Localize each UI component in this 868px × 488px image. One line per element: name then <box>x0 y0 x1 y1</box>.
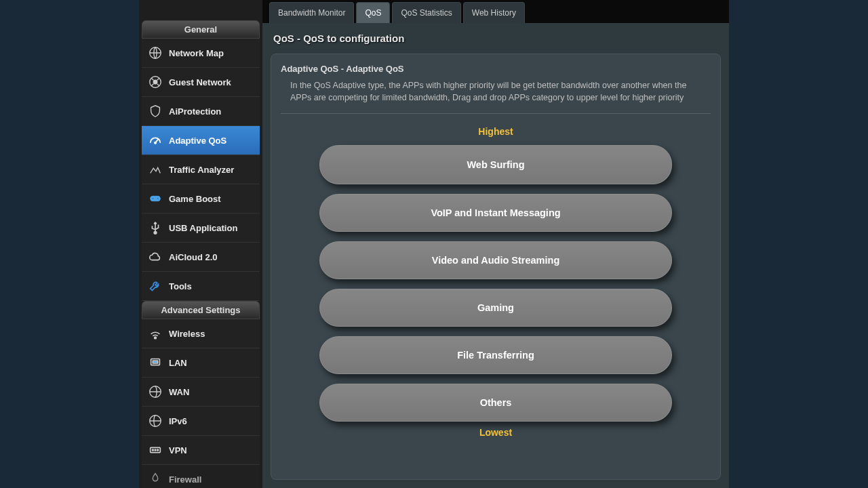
game-boost-icon <box>147 191 163 206</box>
sidebar: General Network Map Guest Network AiProt… <box>139 0 262 488</box>
panel-description: In the QoS Adaptive type, the APPs with … <box>281 79 711 114</box>
sidebar-item-aicloud[interactable]: AiCloud 2.0 <box>142 243 260 272</box>
sidebar-item-firewall[interactable]: Firewall <box>142 465 260 488</box>
svg-point-16 <box>157 449 159 451</box>
svg-point-15 <box>155 449 156 451</box>
svg-point-2 <box>153 80 157 84</box>
sidebar-item-label: LAN <box>169 358 187 368</box>
priority-item-others[interactable]: Others <box>319 384 672 422</box>
sidebar-item-label: Game Boost <box>169 194 221 204</box>
priority-item-streaming[interactable]: Video and Audio Streaming <box>319 241 672 279</box>
lan-icon <box>147 355 163 370</box>
sidebar-item-aiprotection[interactable]: AiProtection <box>142 97 260 126</box>
sidebar-item-usb-application[interactable]: USB Application <box>142 214 260 243</box>
app-container: General Network Map Guest Network AiProt… <box>139 0 729 488</box>
sidebar-section-advanced: Advanced Settings <box>142 301 260 319</box>
sidebar-item-label: Network Map <box>169 48 224 58</box>
sidebar-item-ipv6[interactable]: IPv6 <box>142 407 260 436</box>
sidebar-item-label: Traffic Analyzer <box>169 165 234 175</box>
sidebar-item-label: VPN <box>169 445 187 455</box>
tab-bar: Bandwidth Monitor QoS QoS Statistics Web… <box>262 0 729 23</box>
qos-panel: Adaptive QoS - Adaptive QoS In the QoS A… <box>271 54 721 480</box>
sidebar-item-tools[interactable]: Tools <box>142 272 260 301</box>
sidebar-item-wan[interactable]: WAN <box>142 378 260 407</box>
svg-point-3 <box>155 142 156 144</box>
page-title: QoS - QoS to configuration <box>262 23 729 54</box>
svg-point-6 <box>157 198 159 199</box>
wireless-icon <box>147 326 163 341</box>
traffic-analyzer-icon <box>147 162 163 177</box>
wan-icon <box>147 384 163 399</box>
sidebar-item-network-map[interactable]: Network Map <box>142 39 260 68</box>
priority-item-web-surfing[interactable]: Web Surfing <box>319 145 672 184</box>
svg-point-14 <box>152 449 153 451</box>
sidebar-item-traffic-analyzer[interactable]: Traffic Analyzer <box>142 155 260 184</box>
sidebar-item-label: WAN <box>169 387 189 397</box>
guest-network-icon <box>147 75 163 89</box>
usb-application-icon <box>147 220 163 235</box>
priority-highest-label: Highest <box>281 126 711 137</box>
ipv6-icon <box>147 413 163 428</box>
tab-bandwidth-monitor[interactable]: Bandwidth Monitor <box>269 2 354 23</box>
aiprotection-icon <box>147 104 163 119</box>
tab-qos-statistics[interactable]: QoS Statistics <box>392 2 460 23</box>
priority-item-voip[interactable]: VoIP and Instant Messaging <box>319 194 672 232</box>
sidebar-item-label: Adaptive QoS <box>169 136 226 146</box>
sidebar-section-general: General <box>142 20 260 39</box>
sidebar-item-guest-network[interactable]: Guest Network <box>142 68 260 97</box>
sidebar-item-label: IPv6 <box>169 416 187 426</box>
sidebar-item-vpn[interactable]: VPN <box>142 436 260 465</box>
tools-icon <box>147 279 163 293</box>
sidebar-item-game-boost[interactable]: Game Boost <box>142 184 260 214</box>
sidebar-item-wireless[interactable]: Wireless <box>142 319 260 348</box>
vpn-icon <box>147 443 163 458</box>
sidebar-item-label: Tools <box>169 281 192 291</box>
svg-point-5 <box>152 198 153 199</box>
svg-rect-4 <box>151 196 161 201</box>
sidebar-item-label: USB Application <box>169 223 237 233</box>
aicloud-icon <box>147 249 163 264</box>
priority-item-gaming[interactable]: Gaming <box>319 289 672 327</box>
tab-web-history[interactable]: Web History <box>463 2 525 23</box>
sidebar-item-label: AiProtection <box>169 106 221 117</box>
sidebar-item-label: Guest Network <box>169 77 231 87</box>
network-map-icon <box>147 45 163 60</box>
adaptive-qos-icon <box>147 133 163 148</box>
priority-list: Web Surfing VoIP and Instant Messaging V… <box>281 145 711 422</box>
tab-qos[interactable]: QoS <box>356 2 390 23</box>
sidebar-item-adaptive-qos[interactable]: Adaptive QoS <box>142 126 260 155</box>
sidebar-item-label: AiCloud 2.0 <box>169 252 218 262</box>
priority-lowest-label: Lowest <box>281 427 711 438</box>
svg-point-8 <box>155 337 157 339</box>
firewall-icon <box>147 472 163 487</box>
main-content: Bandwidth Monitor QoS QoS Statistics Web… <box>262 0 729 488</box>
sidebar-item-label: Firewall <box>169 474 201 485</box>
priority-item-file-transferring[interactable]: File Transferring <box>319 336 672 374</box>
svg-rect-10 <box>153 361 157 363</box>
svg-point-7 <box>154 232 157 235</box>
panel-title: Adaptive QoS - Adaptive QoS <box>281 64 711 74</box>
sidebar-item-lan[interactable]: LAN <box>142 348 260 378</box>
sidebar-item-label: Wireless <box>169 329 205 339</box>
